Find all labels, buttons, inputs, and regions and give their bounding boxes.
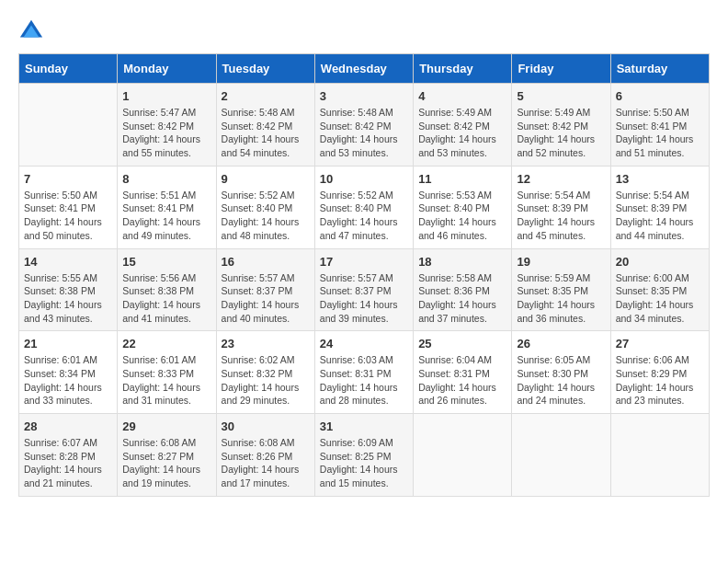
calendar-cell	[512, 414, 610, 497]
day-number: 21	[24, 337, 112, 350]
calendar-cell: 26Sunrise: 6:05 AM Sunset: 8:30 PM Dayli…	[512, 331, 610, 414]
day-number: 16	[222, 255, 310, 269]
header-day: Tuesday	[216, 54, 314, 84]
day-number: 6	[616, 89, 704, 103]
calendar-cell: 19Sunrise: 5:59 AM Sunset: 8:35 PM Dayli…	[512, 248, 610, 331]
day-number: 19	[517, 255, 605, 269]
day-info: Sunrise: 5:52 AM Sunset: 8:40 PM Dayligh…	[320, 189, 408, 243]
calendar-cell: 22Sunrise: 6:01 AM Sunset: 8:33 PM Dayli…	[118, 331, 216, 414]
day-number: 14	[24, 255, 112, 269]
header-day: Monday	[118, 54, 216, 84]
day-info: Sunrise: 6:01 AM Sunset: 8:33 PM Dayligh…	[122, 353, 210, 408]
header-row: SundayMondayTuesdayWednesdayThursdayFrid…	[19, 54, 710, 84]
day-info: Sunrise: 5:47 AM Sunset: 8:42 PM Dayligh…	[122, 106, 210, 160]
calendar-week-row: 1Sunrise: 5:47 AM Sunset: 8:42 PM Daylig…	[19, 84, 710, 167]
header-day: Sunday	[19, 54, 118, 84]
day-number: 7	[24, 172, 112, 186]
day-number: 10	[320, 172, 408, 186]
calendar-cell: 11Sunrise: 5:53 AM Sunset: 8:40 PM Dayli…	[414, 166, 512, 248]
header-day: Thursday	[414, 54, 512, 84]
logo-icon	[18, 18, 44, 44]
day-info: Sunrise: 6:05 AM Sunset: 8:30 PM Dayligh…	[517, 353, 605, 408]
day-number: 5	[517, 89, 605, 103]
calendar-cell: 24Sunrise: 6:03 AM Sunset: 8:31 PM Dayli…	[314, 331, 413, 414]
header-day: Saturday	[610, 54, 709, 84]
day-info: Sunrise: 5:49 AM Sunset: 8:42 PM Dayligh…	[517, 106, 605, 160]
day-number: 2	[222, 89, 310, 103]
day-number: 30	[222, 419, 310, 433]
day-info: Sunrise: 5:50 AM Sunset: 8:41 PM Dayligh…	[616, 106, 704, 160]
day-info: Sunrise: 5:50 AM Sunset: 8:41 PM Dayligh…	[24, 189, 112, 243]
calendar-week-row: 21Sunrise: 6:01 AM Sunset: 8:34 PM Dayli…	[19, 331, 710, 414]
calendar-cell: 30Sunrise: 6:08 AM Sunset: 8:26 PM Dayli…	[216, 414, 314, 497]
calendar-cell: 1Sunrise: 5:47 AM Sunset: 8:42 PM Daylig…	[118, 84, 216, 167]
calendar-cell: 23Sunrise: 6:02 AM Sunset: 8:32 PM Dayli…	[216, 331, 314, 414]
day-info: Sunrise: 5:54 AM Sunset: 8:39 PM Dayligh…	[517, 189, 605, 243]
day-info: Sunrise: 5:55 AM Sunset: 8:38 PM Dayligh…	[24, 271, 112, 326]
day-number: 28	[24, 419, 112, 433]
day-info: Sunrise: 5:48 AM Sunset: 8:42 PM Dayligh…	[222, 106, 310, 160]
calendar-cell: 21Sunrise: 6:01 AM Sunset: 8:34 PM Dayli…	[19, 331, 118, 414]
calendar-cell: 10Sunrise: 5:52 AM Sunset: 8:40 PM Dayli…	[314, 166, 413, 248]
day-info: Sunrise: 6:09 AM Sunset: 8:25 PM Dayligh…	[320, 436, 408, 490]
day-number: 8	[122, 172, 210, 186]
day-info: Sunrise: 6:03 AM Sunset: 8:31 PM Dayligh…	[320, 353, 408, 408]
calendar-cell: 2Sunrise: 5:48 AM Sunset: 8:42 PM Daylig…	[216, 84, 314, 167]
calendar-cell: 17Sunrise: 5:57 AM Sunset: 8:37 PM Dayli…	[314, 248, 413, 331]
calendar-week-row: 7Sunrise: 5:50 AM Sunset: 8:41 PM Daylig…	[19, 166, 710, 248]
calendar-cell	[414, 414, 512, 497]
calendar-week-row: 28Sunrise: 6:07 AM Sunset: 8:28 PM Dayli…	[19, 414, 710, 497]
day-info: Sunrise: 6:04 AM Sunset: 8:31 PM Dayligh…	[418, 353, 506, 408]
day-info: Sunrise: 5:48 AM Sunset: 8:42 PM Dayligh…	[320, 106, 408, 160]
calendar-cell: 31Sunrise: 6:09 AM Sunset: 8:25 PM Dayli…	[314, 414, 413, 497]
calendar-cell: 27Sunrise: 6:06 AM Sunset: 8:29 PM Dayli…	[610, 331, 709, 414]
calendar-cell: 16Sunrise: 5:57 AM Sunset: 8:37 PM Dayli…	[216, 248, 314, 331]
calendar-cell: 13Sunrise: 5:54 AM Sunset: 8:39 PM Dayli…	[610, 166, 709, 248]
day-info: Sunrise: 6:07 AM Sunset: 8:28 PM Dayligh…	[24, 436, 112, 490]
calendar-cell: 20Sunrise: 6:00 AM Sunset: 8:35 PM Dayli…	[610, 248, 709, 331]
calendar-cell: 18Sunrise: 5:58 AM Sunset: 8:36 PM Dayli…	[414, 248, 512, 331]
day-number: 22	[122, 337, 210, 350]
calendar-cell: 9Sunrise: 5:52 AM Sunset: 8:40 PM Daylig…	[216, 166, 314, 248]
day-info: Sunrise: 6:00 AM Sunset: 8:35 PM Dayligh…	[616, 271, 704, 326]
calendar-cell: 28Sunrise: 6:07 AM Sunset: 8:28 PM Dayli…	[19, 414, 118, 497]
day-number: 11	[418, 172, 506, 186]
day-number: 23	[222, 337, 310, 350]
day-number: 3	[320, 89, 408, 103]
day-info: Sunrise: 6:08 AM Sunset: 8:26 PM Dayligh…	[222, 436, 310, 490]
day-info: Sunrise: 6:06 AM Sunset: 8:29 PM Dayligh…	[616, 353, 704, 408]
header-day: Wednesday	[314, 54, 413, 84]
day-number: 18	[418, 255, 506, 269]
day-number: 1	[122, 89, 210, 103]
day-number: 12	[517, 172, 605, 186]
calendar-week-row: 14Sunrise: 5:55 AM Sunset: 8:38 PM Dayli…	[19, 248, 710, 331]
day-number: 9	[222, 172, 310, 186]
calendar-cell: 3Sunrise: 5:48 AM Sunset: 8:42 PM Daylig…	[314, 84, 413, 167]
day-number: 20	[616, 255, 704, 269]
calendar-cell: 12Sunrise: 5:54 AM Sunset: 8:39 PM Dayli…	[512, 166, 610, 248]
day-info: Sunrise: 6:08 AM Sunset: 8:27 PM Dayligh…	[122, 436, 210, 490]
day-info: Sunrise: 5:59 AM Sunset: 8:35 PM Dayligh…	[517, 271, 605, 326]
day-number: 4	[418, 89, 506, 103]
day-number: 26	[517, 337, 605, 350]
day-info: Sunrise: 5:54 AM Sunset: 8:39 PM Dayligh…	[616, 189, 704, 243]
day-info: Sunrise: 5:53 AM Sunset: 8:40 PM Dayligh…	[418, 189, 506, 243]
page-header	[18, 18, 710, 44]
day-info: Sunrise: 5:57 AM Sunset: 8:37 PM Dayligh…	[222, 271, 310, 326]
day-number: 24	[320, 337, 408, 350]
calendar-cell: 29Sunrise: 6:08 AM Sunset: 8:27 PM Dayli…	[118, 414, 216, 497]
day-info: Sunrise: 5:49 AM Sunset: 8:42 PM Dayligh…	[418, 106, 506, 160]
day-number: 15	[122, 255, 210, 269]
logo	[18, 18, 48, 44]
header-day: Friday	[512, 54, 610, 84]
calendar-table: SundayMondayTuesdayWednesdayThursdayFrid…	[18, 53, 710, 497]
day-number: 13	[616, 172, 704, 186]
day-number: 29	[122, 419, 210, 433]
day-info: Sunrise: 5:52 AM Sunset: 8:40 PM Dayligh…	[222, 189, 310, 243]
calendar-cell	[19, 84, 118, 167]
calendar-cell	[610, 414, 709, 497]
calendar-cell: 25Sunrise: 6:04 AM Sunset: 8:31 PM Dayli…	[414, 331, 512, 414]
calendar-cell: 5Sunrise: 5:49 AM Sunset: 8:42 PM Daylig…	[512, 84, 610, 167]
day-info: Sunrise: 5:56 AM Sunset: 8:38 PM Dayligh…	[122, 271, 210, 326]
day-info: Sunrise: 5:58 AM Sunset: 8:36 PM Dayligh…	[418, 271, 506, 326]
